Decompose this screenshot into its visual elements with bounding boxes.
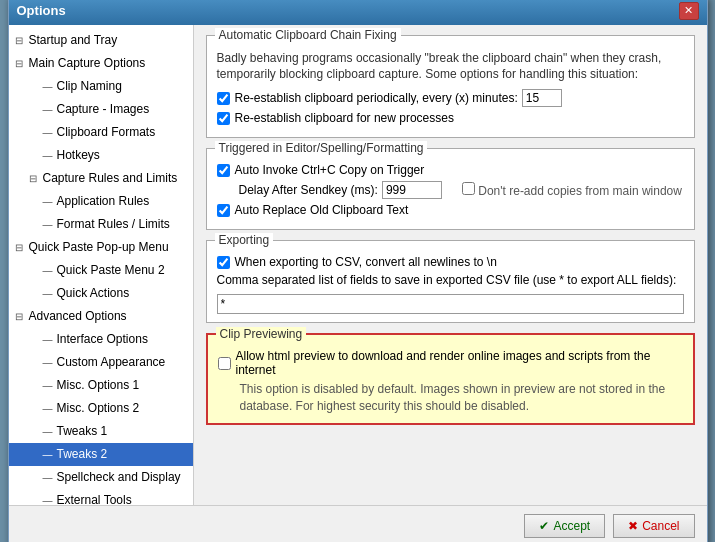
dialog-title: Options	[17, 3, 66, 18]
reestablish-periodic-row: Re-establish clipboard periodically, eve…	[217, 89, 684, 107]
sidebar-item-14[interactable]: — Custom Appearance	[9, 351, 193, 374]
clip-preview-section: Clip Previewing Allow html preview to do…	[206, 333, 695, 425]
delay-label: Delay After Sendkey (ms):	[239, 183, 378, 197]
auto-replace-label: Auto Replace Old Clipboard Text	[235, 203, 409, 217]
dash-icon-10: —	[43, 262, 57, 280]
sidebar-item-2[interactable]: — Clip Naming	[9, 75, 193, 98]
expand-icon-9: ⊟	[15, 239, 29, 257]
dont-re-add-label: Don't re-add copies from main window	[462, 182, 682, 198]
auto-invoke-row: Auto Invoke Ctrl+C Copy on Trigger	[217, 163, 684, 177]
sidebar-item-8[interactable]: — Format Rules / Limits	[9, 213, 193, 236]
accept-label: Accept	[553, 519, 590, 533]
dash-icon-18: —	[43, 446, 57, 464]
dash-icon-5: —	[43, 147, 57, 165]
sidebar-item-12[interactable]: ⊟ Advanced Options	[9, 305, 193, 328]
cancel-button[interactable]: ✖ Cancel	[613, 514, 694, 538]
cancel-label: Cancel	[642, 519, 679, 533]
sidebar-item-16[interactable]: — Misc. Options 2	[9, 397, 193, 420]
auto-invoke-label: Auto Invoke Ctrl+C Copy on Trigger	[235, 163, 425, 177]
dialog-body: ⊟ Startup and Tray⊟ Main Capture Options…	[9, 25, 707, 505]
main-content: Automatic Clipboard Chain Fixing Badly b…	[194, 25, 707, 505]
sidebar-item-0[interactable]: ⊟ Startup and Tray	[9, 29, 193, 52]
auto-clipboard-section: Automatic Clipboard Chain Fixing Badly b…	[206, 35, 695, 139]
dash-icon-13: —	[43, 331, 57, 349]
dash-icon-19: —	[43, 469, 57, 487]
dash-icon-16: —	[43, 400, 57, 418]
expand-icon-12: ⊟	[15, 308, 29, 326]
dash-icon-2: —	[43, 78, 57, 96]
dialog-footer: ✔ Accept ✖ Cancel	[9, 505, 707, 543]
auto-replace-checkbox[interactable]	[217, 204, 230, 217]
expand-icon-6: ⊟	[29, 170, 43, 188]
dont-re-add-checkbox[interactable]	[462, 182, 475, 195]
sidebar-item-19[interactable]: — Spellcheck and Display	[9, 466, 193, 489]
sidebar: ⊟ Startup and Tray⊟ Main Capture Options…	[9, 25, 194, 505]
reestablish-new-proc-row: Re-establish clipboard for new processes	[217, 111, 684, 125]
clip-preview-title: Clip Previewing	[216, 327, 307, 341]
sidebar-item-6[interactable]: ⊟ Capture Rules and Limits	[9, 167, 193, 190]
delay-row: Delay After Sendkey (ms): Don't re-add c…	[217, 181, 684, 199]
options-dialog: Options ✕ ⊟ Startup and Tray⊟ Main Captu…	[8, 0, 708, 542]
sidebar-item-17[interactable]: — Tweaks 1	[9, 420, 193, 443]
html-preview-checkbox[interactable]	[218, 357, 231, 370]
dash-icon-20: —	[43, 492, 57, 505]
close-button[interactable]: ✕	[679, 2, 699, 20]
cancel-icon: ✖	[628, 519, 638, 533]
sidebar-item-18[interactable]: — Tweaks 2	[9, 443, 193, 466]
sidebar-item-15[interactable]: — Misc. Options 1	[9, 374, 193, 397]
sidebar-item-1[interactable]: ⊟ Main Capture Options	[9, 52, 193, 75]
title-bar: Options ✕	[9, 0, 707, 25]
sidebar-item-9[interactable]: ⊟ Quick Paste Pop-up Menu	[9, 236, 193, 259]
reestablish-new-proc-label: Re-establish clipboard for new processes	[235, 111, 454, 125]
sidebar-item-4[interactable]: — Clipboard Formats	[9, 121, 193, 144]
sidebar-item-3[interactable]: — Capture - Images	[9, 98, 193, 121]
dash-icon-3: —	[43, 101, 57, 119]
html-preview-label: Allow html preview to download and rende…	[236, 349, 683, 377]
dash-icon-17: —	[43, 423, 57, 441]
triggered-section: Triggered in Editor/Spelling/Formatting …	[206, 148, 695, 230]
accept-icon: ✔	[539, 519, 549, 533]
delay-input[interactable]	[382, 181, 442, 199]
csv-newlines-label: When exporting to CSV, convert all newli…	[235, 255, 497, 269]
csv-fields-input[interactable]	[217, 294, 684, 314]
auto-invoke-checkbox[interactable]	[217, 164, 230, 177]
sidebar-item-10[interactable]: — Quick Paste Menu 2	[9, 259, 193, 282]
csv-newlines-checkbox[interactable]	[217, 256, 230, 269]
dash-icon-15: —	[43, 377, 57, 395]
expand-icon-0: ⊟	[15, 32, 29, 50]
auto-clipboard-desc: Badly behaving programs occasionally "br…	[217, 50, 684, 84]
reestablish-minutes-input[interactable]	[522, 89, 562, 107]
sidebar-item-20[interactable]: — External Tools	[9, 489, 193, 505]
reestablish-periodic-label: Re-establish clipboard periodically, eve…	[235, 91, 518, 105]
dash-icon-11: —	[43, 285, 57, 303]
sidebar-item-11[interactable]: — Quick Actions	[9, 282, 193, 305]
reestablish-new-proc-checkbox[interactable]	[217, 112, 230, 125]
exporting-title: Exporting	[215, 233, 274, 247]
triggered-title: Triggered in Editor/Spelling/Formatting	[215, 141, 428, 155]
clip-warning-text: This option is disabled by default. Imag…	[240, 381, 683, 415]
auto-clipboard-title: Automatic Clipboard Chain Fixing	[215, 28, 401, 42]
expand-icon-1: ⊟	[15, 55, 29, 73]
sidebar-item-5[interactable]: — Hotkeys	[9, 144, 193, 167]
sidebar-item-7[interactable]: — Application Rules	[9, 190, 193, 213]
auto-replace-row: Auto Replace Old Clipboard Text	[217, 203, 684, 217]
dash-icon-4: —	[43, 124, 57, 142]
dash-icon-7: —	[43, 193, 57, 211]
csv-newlines-row: When exporting to CSV, convert all newli…	[217, 255, 684, 269]
dash-icon-14: —	[43, 354, 57, 372]
html-preview-row: Allow html preview to download and rende…	[218, 349, 683, 377]
sidebar-item-13[interactable]: — Interface Options	[9, 328, 193, 351]
reestablish-periodic-checkbox[interactable]	[217, 92, 230, 105]
exporting-section: Exporting When exporting to CSV, convert…	[206, 240, 695, 323]
csv-fields-label: Comma separated list of fields to save i…	[217, 273, 684, 287]
accept-button[interactable]: ✔ Accept	[524, 514, 605, 538]
dash-icon-8: —	[43, 216, 57, 234]
